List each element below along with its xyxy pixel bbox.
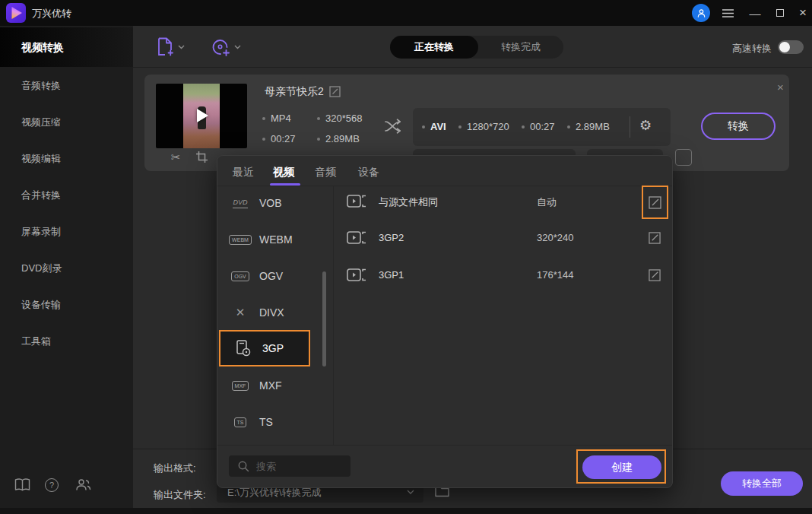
add-file-dropdown-chevron[interactable] — [178, 45, 185, 49]
format-item-3gp-selected[interactable]: 3GP — [219, 330, 310, 366]
ogv-icon: OGV — [229, 271, 252, 281]
help-icon[interactable]: ? — [45, 478, 59, 492]
preset-edit-icon[interactable] — [649, 269, 661, 281]
file-title: 母亲节快乐2 — [265, 85, 324, 99]
high-speed-label: 高速转换 — [732, 42, 772, 56]
create-button-highlight: 创建 — [576, 449, 666, 484]
folder-select-chevron — [407, 490, 414, 494]
source-duration: 00:27 — [271, 133, 296, 144]
output-folder-label: 输出文件夹: — [154, 488, 206, 502]
3gp-phone-icon — [232, 340, 255, 357]
high-speed-toggle[interactable] — [778, 40, 804, 54]
popup-tab-device[interactable]: 设备 — [358, 166, 379, 179]
sidebar-item-screen-record[interactable]: 屏幕录制 — [0, 215, 133, 249]
format-item-vob[interactable]: DVD VOB — [217, 185, 331, 221]
target-option-icon[interactable] — [675, 149, 692, 166]
camcorder-icon — [347, 194, 366, 209]
user-icon — [696, 8, 706, 18]
toolbar-divider — [133, 67, 812, 68]
search-input[interactable] — [256, 455, 346, 477]
popup-tab-video[interactable]: 视频 — [273, 166, 294, 179]
preset-row-3gp1[interactable]: 3GP1 176*144 — [339, 258, 666, 294]
maximize-button[interactable] — [773, 6, 787, 20]
preset-row-3gp2[interactable]: 3GP2 320*240 — [339, 221, 666, 257]
minimize-button[interactable]: — — [748, 6, 762, 20]
sidebar-item-dvd-burn[interactable]: DVD刻录 — [0, 252, 133, 285]
source-size: 2.89MB — [325, 133, 360, 144]
play-icon[interactable] — [197, 109, 208, 122]
target-settings-box: AVI 1280*720 00:27 2.89MB ⚙ — [413, 108, 671, 146]
create-button[interactable]: 创建 — [582, 455, 661, 479]
guide-book-icon[interactable] — [14, 478, 30, 491]
source-format: MP4 — [271, 113, 291, 124]
target-format: AVI — [430, 121, 446, 132]
trim-scissors-icon[interactable]: ✂ — [171, 151, 181, 164]
app-title: 万兴优转 — [32, 7, 71, 21]
preset-edit-highlighted[interactable] — [642, 186, 668, 219]
divx-icon: ✕ — [229, 306, 252, 319]
target-resolution: 1280*720 — [467, 121, 509, 132]
camcorder-icon — [347, 268, 366, 283]
camcorder-icon — [347, 230, 366, 246]
format-item-divx[interactable]: ✕ DIVX — [217, 294, 331, 331]
account-avatar[interactable] — [692, 4, 710, 22]
format-item-webm[interactable]: WEBM WEBM — [217, 221, 331, 258]
popup-tab-audio[interactable]: 音频 — [315, 166, 336, 179]
close-button[interactable]: × — [796, 6, 810, 20]
format-item-ts[interactable]: TS TS — [217, 404, 331, 440]
video-thumbnail[interactable] — [156, 84, 247, 148]
sidebar-item-video-compress[interactable]: 视频压缩 — [0, 106, 133, 139]
shuffle-transfer-icon — [385, 119, 404, 134]
popup-tab-recent[interactable]: 最近 — [233, 166, 254, 179]
convert-tabs: 正在转换 转换完成 — [390, 36, 563, 59]
target-duration: 00:27 — [530, 121, 555, 132]
convert-all-button[interactable]: 转换全部 — [721, 471, 803, 496]
tab-finished[interactable]: 转换完成 — [478, 36, 563, 59]
crop-icon[interactable] — [196, 151, 208, 163]
sidebar-item-toolbox[interactable]: 工具箱 — [0, 325, 133, 358]
add-file-button[interactable] — [157, 37, 173, 56]
format-item-mxf[interactable]: MXF MXF — [217, 367, 331, 404]
sidebar-item-video-edit[interactable]: 视频编辑 — [0, 142, 133, 176]
sidebar: 视频转换 音频转换 视频压缩 视频编辑 合并转换 屏幕录制 DVD刻录 设备传输… — [0, 26, 133, 508]
app-logo-icon — [6, 3, 26, 23]
tab-converting[interactable]: 正在转换 — [390, 36, 478, 59]
format-item-ogv[interactable]: OGV OGV — [217, 258, 331, 294]
source-resolution: 320*568 — [325, 113, 362, 124]
sidebar-item-video-convert[interactable]: 视频转换 — [0, 27, 133, 67]
ts-icon: TS — [229, 417, 252, 427]
titlebar: 万兴优转 — × — [0, 0, 812, 26]
add-dvd-dropdown-chevron[interactable] — [234, 45, 241, 49]
format-list-scrollbar[interactable] — [322, 271, 326, 366]
output-format-label: 输出格式: — [154, 462, 196, 475]
search-icon — [238, 461, 249, 472]
add-dvd-button[interactable] — [211, 37, 230, 57]
settings-gear-icon[interactable]: ⚙ — [639, 117, 652, 134]
app-window: 万兴优转 — × 视频转换 音频转换 视频压缩 视频编辑 合并转换 屏幕录制 D… — [0, 0, 812, 514]
preset-edit-icon[interactable] — [649, 232, 661, 244]
community-icon[interactable] — [75, 478, 91, 491]
sidebar-item-device-transfer[interactable]: 设备传输 — [0, 288, 133, 322]
format-search[interactable] — [229, 455, 350, 477]
vob-dvd-icon: DVD — [229, 198, 252, 208]
window-bottom-edge — [0, 508, 812, 514]
sidebar-item-audio-convert[interactable]: 音频转换 — [0, 69, 133, 103]
remove-file-icon[interactable]: × — [777, 81, 784, 94]
webm-icon: WEBM — [229, 235, 252, 245]
target-size: 2.89MB — [576, 121, 610, 132]
format-select-popup: 最近 视频 音频 设备 DVD VOB WEBM WEBM OGV OGV ✕ … — [217, 155, 673, 488]
mxf-icon: MXF — [229, 381, 252, 391]
convert-button[interactable]: 转换 — [701, 113, 776, 140]
sidebar-item-merge-convert[interactable]: 合并转换 — [0, 179, 133, 212]
menu-icon[interactable] — [721, 6, 734, 20]
rename-edit-icon[interactable] — [329, 86, 341, 97]
preset-row-same-as-source[interactable]: 与源文件相同 自动 — [339, 184, 666, 221]
